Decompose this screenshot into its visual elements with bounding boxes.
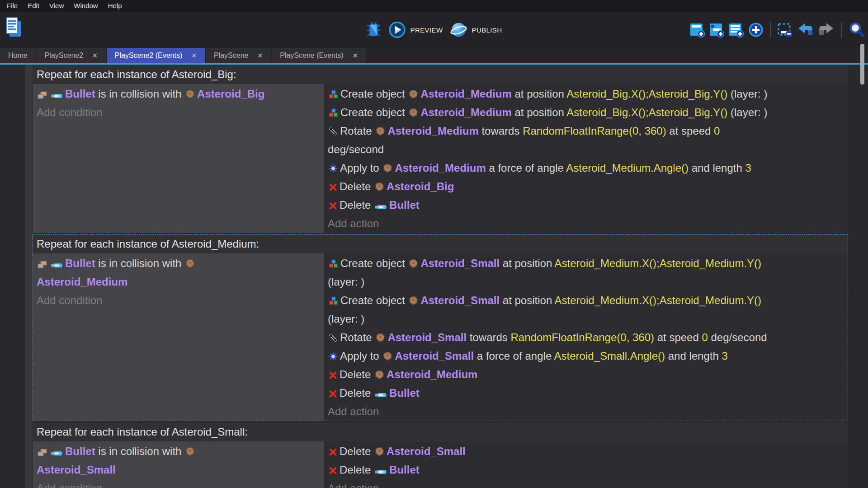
create-icon [329, 90, 338, 99]
text-segment: Asteroid_Medium [387, 368, 477, 380]
create-icon [329, 259, 338, 268]
asteroid-icon [383, 352, 392, 361]
add-action-button[interactable]: Add action [328, 402, 844, 421]
action-line[interactable]: Create object Asteroid_Medium at positio… [328, 103, 844, 122]
action-line[interactable]: Delete Asteroid_Small [328, 442, 844, 460]
select-events-button[interactable] [777, 22, 793, 38]
add-instruction-button[interactable] [748, 22, 764, 38]
action-line[interactable]: Create object Asteroid_Small at position… [328, 291, 844, 328]
condition-line[interactable]: Bullet is in collision with Asteroid_Sma… [37, 442, 321, 479]
undo-button[interactable] [797, 22, 814, 38]
text-segment: at speed [666, 125, 714, 137]
action-line[interactable]: Delete Asteroid_Big [328, 177, 844, 196]
add-condition-button[interactable]: Add condition [37, 479, 321, 488]
tab-playscene[interactable]: PlayScene✕ [206, 48, 271, 63]
close-tab-icon[interactable]: ✕ [191, 52, 197, 59]
text-segment: (layer: ) [727, 88, 767, 100]
delete-icon [329, 448, 337, 456]
tab-playscene2[interactable]: PlayScene2✕ [37, 48, 106, 63]
text-segment: Rotate [340, 331, 375, 343]
add-condition-button[interactable]: Add condition [37, 103, 321, 122]
bullet-icon [51, 263, 63, 268]
action-line[interactable]: Apply to Asteroid_Small a force of angle… [328, 347, 844, 365]
tab-playscene2-events[interactable]: PlayScene2 (Events)✕ [107, 48, 205, 63]
asteroid-icon [375, 447, 384, 456]
asteroid-icon [185, 89, 195, 99]
text-segment: is in collision with [95, 445, 184, 457]
asteroid-icon [409, 89, 418, 99]
text-segment: Asteroid_Medium [395, 162, 486, 174]
tab-home[interactable]: Home [0, 48, 36, 63]
text-segment: (layer: ) [328, 313, 364, 325]
publish-button[interactable]: PUBLISH [450, 21, 502, 38]
menu-item-file[interactable]: File [2, 0, 23, 12]
text-segment: towards [479, 125, 523, 137]
text-segment: Bullet [65, 257, 95, 269]
action-line[interactable]: Rotate Asteroid_Medium towards RandomFlo… [328, 122, 844, 159]
publish-label: PUBLISH [472, 26, 502, 34]
action-line[interactable]: Delete Bullet [328, 460, 844, 479]
asteroid-icon [185, 259, 195, 268]
action-line[interactable]: Apply to Asteroid_Medium a force of angl… [328, 159, 844, 177]
tab-label: PlayScene (Events) [280, 52, 344, 60]
close-tab-icon[interactable]: ✕ [257, 52, 263, 59]
event-header[interactable]: Repeat for each instance of Asteroid_Big… [33, 65, 848, 84]
text-segment: Bullet [65, 88, 95, 100]
create-icon [329, 108, 338, 117]
tab-label: PlayScene2 (Events) [115, 52, 182, 60]
asteroid-icon [376, 127, 385, 136]
add-event-button[interactable] [689, 22, 705, 38]
asteroid-icon [375, 370, 384, 380]
add-action-button[interactable]: Add action [328, 214, 844, 233]
add-action-button[interactable]: Add action [328, 479, 844, 488]
text-segment: Asteroid_Big.X();Asteroid_Big.Y() [566, 88, 727, 100]
text-segment: Asteroid_Big [197, 88, 264, 100]
action-line[interactable]: Delete Bullet [328, 384, 844, 402]
add-comment-button[interactable] [728, 22, 744, 38]
text-segment: Asteroid_Medium.X();Asteroid_Medium.Y() [555, 257, 762, 269]
project-manager-button[interactable] [5, 17, 22, 38]
play-icon [389, 21, 406, 38]
menu-item-help[interactable]: Help [103, 0, 127, 12]
menu-item-view[interactable]: View [44, 0, 69, 12]
text-segment: Asteroid_Medium [420, 88, 511, 100]
action-line[interactable]: Create object Asteroid_Small at position… [328, 254, 844, 291]
event-body: Bullet is in collision with Asteroid_Med… [33, 253, 848, 421]
menu-bar: FileEditViewWindowHelp [0, 0, 868, 12]
close-tab-icon[interactable]: ✕ [92, 52, 98, 59]
vertical-scrollbar-thumb[interactable] [860, 44, 864, 84]
preview-button[interactable]: PREVIEW [389, 21, 443, 38]
add-condition-button[interactable]: Add condition [37, 291, 321, 310]
close-tab-icon[interactable]: ✕ [353, 52, 358, 59]
events-sheet[interactable]: Repeat for each instance of Asteroid_Big… [0, 65, 868, 488]
redo-button[interactable] [818, 22, 835, 38]
tab-bar: HomePlayScene2✕PlayScene2 (Events)✕PlayS… [0, 48, 868, 65]
force-icon [329, 352, 338, 361]
text-segment: Bullet [389, 387, 420, 399]
text-segment: is in collision with [95, 257, 184, 269]
event-header[interactable]: Repeat for each instance of Asteroid_Sma… [33, 422, 848, 441]
text-segment: Asteroid_Medium [37, 276, 127, 288]
event-block[interactable]: Repeat for each instance of Asteroid_Med… [33, 234, 848, 421]
condition-line[interactable]: Bullet is in collision with Asteroid_Big [37, 84, 321, 103]
event-header[interactable]: Repeat for each instance of Asteroid_Med… [33, 235, 848, 253]
text-segment: Create object [340, 257, 408, 269]
action-line[interactable]: Delete Asteroid_Medium [328, 365, 844, 384]
action-line[interactable]: Delete Bullet [328, 196, 844, 214]
text-segment: Asteroid_Small [387, 331, 467, 343]
menu-item-window[interactable]: Window [69, 0, 103, 12]
search-button[interactable] [848, 21, 865, 38]
action-line[interactable]: Rotate Asteroid_Small towards RandomFloa… [328, 328, 844, 347]
text-segment: towards [467, 331, 510, 343]
text-segment: Delete [340, 464, 374, 476]
action-line[interactable]: Create object Asteroid_Medium at positio… [328, 84, 844, 103]
text-segment: Asteroid_Small.Angle() [554, 350, 665, 362]
menu-item-edit[interactable]: Edit [23, 0, 44, 12]
condition-line[interactable]: Bullet is in collision with Asteroid_Med… [37, 254, 321, 291]
text-segment: a force of angle [474, 350, 554, 362]
debugger-button[interactable] [366, 21, 382, 39]
tab-playscene-events[interactable]: PlayScene (Events)✕ [272, 48, 366, 63]
event-block[interactable]: Repeat for each instance of Asteroid_Big… [33, 65, 848, 233]
event-block[interactable]: Repeat for each instance of Asteroid_Sma… [33, 422, 848, 488]
add-subevent-button[interactable] [709, 22, 724, 38]
